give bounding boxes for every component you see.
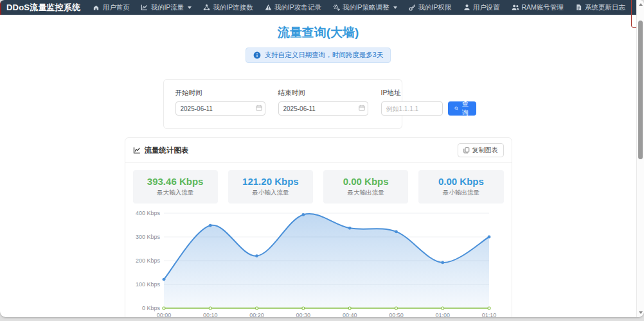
nav-item-user-settings[interactable]: 用户设置: [458, 0, 506, 15]
info-alert-text: 支持自定义日期查询，时间跨度最多3天: [265, 51, 383, 60]
stat-label: 最小输出流量: [421, 189, 501, 197]
nav-item-my-ip-policy[interactable]: 我的IP策略调整: [327, 0, 403, 15]
nav-item-label: 我的IP策略调整: [343, 3, 389, 12]
browser-window: DDoS流量监控系统 用户首页 我的IP流量 我的IP连接数 我的IP攻击记录: [0, 0, 644, 317]
nav-item-label: 系统更新日志: [585, 3, 625, 12]
chart-area: 0 Kbps100 Kbps200 Kbps300 Kbps400 Kbps00…: [125, 206, 512, 317]
nav-item-ram-accounts[interactable]: RAM账号管理: [506, 0, 569, 15]
info-alert: 支持自定义日期查询，时间跨度最多3天: [246, 48, 391, 63]
chart-card-title-text: 流量统计图表: [145, 146, 189, 155]
query-form: 开始时间 结束时间 IP地址: [163, 79, 402, 129]
copy-chart-label: 复制图表: [472, 146, 498, 155]
search-button-label: 查询: [461, 100, 470, 117]
svg-text:01:10: 01:10: [481, 312, 496, 317]
user-icon: [463, 4, 470, 11]
input-series-point: [162, 278, 165, 281]
file-icon: [575, 4, 582, 11]
output-series-point: [441, 307, 443, 309]
stat-value: 0.00 Kbps: [326, 176, 406, 187]
stat-max-output: 0.00 Kbps 最大输出流量: [323, 170, 408, 204]
traffic-chart-card: 流量统计图表 复制图表 393.46 Kbps 最大输入流量 121.20 Kb…: [125, 137, 512, 317]
svg-text:00:30: 00:30: [296, 312, 310, 317]
nav-item-label: 我的IP攻击记录: [274, 3, 321, 12]
chart-line-icon: [141, 4, 148, 11]
ip-address-group: IP地址 查询: [381, 89, 477, 116]
scrollbar-thumb[interactable]: [638, 21, 643, 159]
chart-icon: [133, 146, 141, 154]
end-date-input[interactable]: [278, 101, 368, 116]
nav-item-label: 我的IP连接数: [213, 3, 253, 12]
chart-card-title: 流量统计图表: [133, 146, 189, 155]
nav-item-my-ip-attack-log[interactable]: 我的IP攻击记录: [259, 0, 327, 15]
search-icon: [454, 105, 459, 112]
scrollbar-down-arrow[interactable]: [639, 311, 643, 314]
key-icon: [409, 4, 416, 11]
nav-item-my-ip-connections[interactable]: 我的IP连接数: [197, 0, 258, 15]
input-series-area: [164, 214, 489, 308]
nav-item-label: 我的IP流量: [150, 3, 184, 12]
copy-icon: [463, 147, 470, 153]
app-brand: DDoS流量监控系统: [5, 2, 87, 13]
chevron-down-icon: [188, 6, 192, 9]
svg-text:00:20: 00:20: [249, 312, 264, 317]
ip-address-label: IP地址: [381, 89, 477, 98]
nav-item-my-ip-permissions[interactable]: 我的IP权限: [403, 0, 458, 15]
stat-value: 121.20 Kbps: [231, 176, 310, 187]
svg-text:01:00: 01:00: [435, 312, 450, 317]
nav-item-my-ip-traffic[interactable]: 我的IP流量: [135, 0, 197, 15]
info-icon: [253, 51, 261, 59]
input-series-point: [301, 213, 305, 216]
nav-item-system-changelog[interactable]: 系统更新日志: [569, 0, 631, 15]
main-content: 流量查询(大墙) 支持自定义日期查询，时间跨度最多3天 开始时间 结束时间: [0, 24, 636, 317]
nav-item-label: 我的IP权限: [418, 3, 452, 12]
nav-item-home[interactable]: 用户首页: [87, 0, 135, 15]
end-time-label: 结束时间: [278, 89, 368, 98]
gears-icon: [333, 4, 340, 11]
stat-min-output: 0.00 Kbps 最小输出流量: [418, 170, 503, 204]
svg-text:100 Kbps: 100 Kbps: [135, 281, 160, 288]
stat-value: 393.46 Kbps: [136, 176, 215, 187]
input-series-point: [255, 254, 258, 257]
warning-icon: [265, 4, 272, 11]
nav-item-label: RAM账号管理: [522, 3, 564, 12]
input-series-point: [395, 230, 398, 233]
output-series-point: [163, 307, 165, 309]
svg-text:00:00: 00:00: [156, 312, 171, 317]
stat-label: 最小输入流量: [231, 189, 310, 197]
scrollbar[interactable]: [636, 0, 644, 317]
navbar: DDoS流量监控系统 用户首页 我的IP流量 我的IP连接数 我的IP攻击记录: [0, 0, 636, 15]
traffic-line-chart: 0 Kbps100 Kbps200 Kbps300 Kbps400 Kbps00…: [132, 207, 504, 317]
svg-text:200 Kbps: 200 Kbps: [135, 257, 160, 264]
start-date-input[interactable]: [175, 101, 265, 116]
home-icon: [93, 4, 100, 11]
input-series-point: [487, 236, 490, 239]
screen-edge-artifact: [0, 0, 1, 15]
stat-label: 最大输出流量: [326, 189, 406, 197]
svg-text:0 Kbps: 0 Kbps: [141, 305, 160, 311]
copy-chart-button[interactable]: 复制图表: [458, 143, 504, 157]
input-series-point: [441, 261, 444, 265]
scrollbar-up-arrow[interactable]: [639, 3, 643, 6]
chart-card-header: 流量统计图表 复制图表: [125, 138, 512, 163]
search-button[interactable]: 查询: [448, 101, 477, 116]
svg-text:00:40: 00:40: [342, 312, 357, 317]
svg-text:00:50: 00:50: [389, 312, 404, 317]
start-time-group: 开始时间: [175, 89, 265, 116]
svg-text:400 Kbps: 400 Kbps: [135, 210, 160, 216]
calendar-icon: [256, 105, 262, 111]
ip-address-input[interactable]: [381, 101, 443, 116]
svg-text:300 Kbps: 300 Kbps: [135, 234, 160, 240]
output-series-point: [209, 307, 211, 309]
output-series-point: [348, 307, 351, 309]
calendar-icon: [359, 105, 365, 111]
network-icon: [203, 4, 210, 11]
input-series-point: [348, 227, 351, 230]
stat-max-input: 393.46 Kbps 最大输入流量: [133, 170, 218, 204]
end-time-group: 结束时间: [278, 89, 368, 116]
svg-text:00:10: 00:10: [203, 312, 218, 317]
nav-item-label: 用户首页: [102, 3, 129, 12]
nav-items: 用户首页 我的IP流量 我的IP连接数 我的IP攻击记录 我的IP策略调整: [87, 0, 631, 15]
stat-value: 0.00 Kbps: [421, 176, 501, 187]
chevron-down-icon: [393, 6, 397, 9]
output-series-point: [301, 307, 304, 309]
